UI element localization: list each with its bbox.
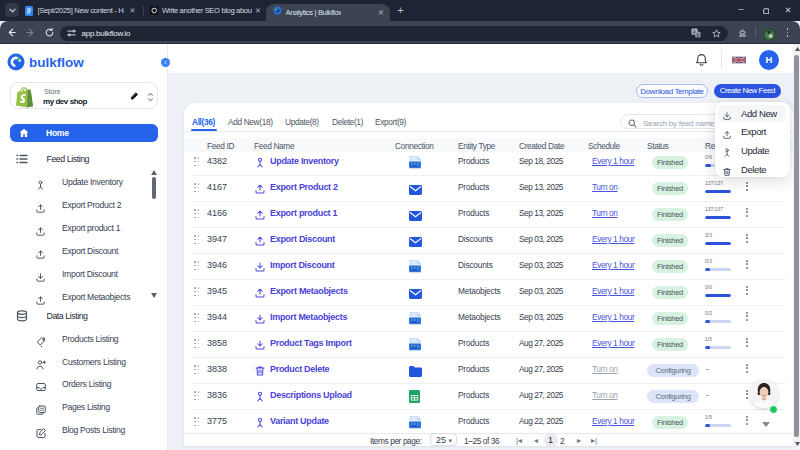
svg-text:文: 文 <box>696 33 701 38</box>
